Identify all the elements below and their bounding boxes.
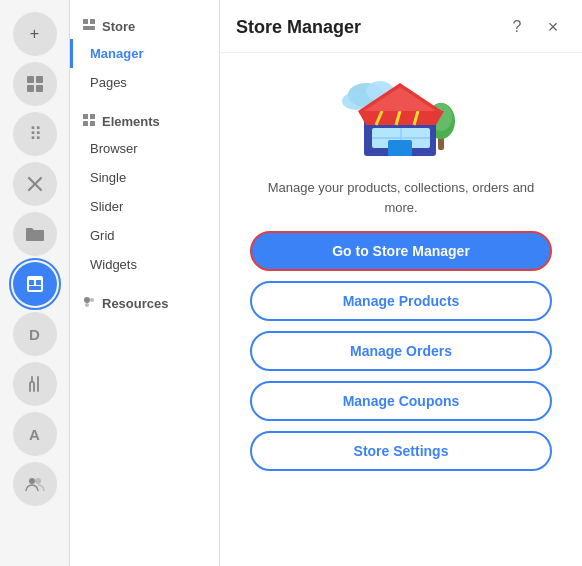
fork-icon-button[interactable] — [13, 362, 57, 406]
sidebar-item-manager[interactable]: Manager — [70, 39, 219, 68]
elements-section-label: Elements — [102, 114, 160, 129]
svg-rect-16 — [90, 114, 95, 119]
go-to-store-manager-button[interactable]: Go to Store Manager — [250, 231, 552, 271]
svg-point-11 — [35, 478, 41, 484]
grid-icon-button[interactable] — [13, 62, 57, 106]
svg-rect-3 — [36, 85, 43, 92]
text-icon-button[interactable]: A — [13, 412, 57, 456]
description-text: Manage your products, collections, order… — [220, 178, 582, 231]
sidebar-item-single[interactable]: Single — [70, 163, 219, 192]
resources-section-header: Resources — [70, 287, 219, 316]
sidebar-item-slider[interactable]: Slider — [70, 192, 219, 221]
store-section-label: Store — [102, 19, 135, 34]
manage-coupons-button[interactable]: Manage Coupons — [250, 381, 552, 421]
sidebar-item-browser[interactable]: Browser — [70, 134, 219, 163]
sidebar: Store Manager Pages Elements Browser Sin… — [70, 0, 220, 566]
svg-point-21 — [85, 303, 89, 307]
svg-rect-35 — [388, 140, 412, 156]
svg-rect-0 — [27, 76, 34, 83]
button-area: Go to Store Manager Manage Products Mana… — [220, 231, 582, 487]
svg-rect-9 — [29, 286, 41, 290]
sidebar-item-grid[interactable]: Grid — [70, 221, 219, 250]
app-container: + ⠿ D A Store Manager — [0, 0, 582, 566]
store-section-icon — [82, 18, 96, 35]
panel-header-icons: ? × — [504, 14, 566, 40]
main-panel: Store Manager ? × — [220, 0, 582, 566]
manage-products-button[interactable]: Manage Products — [250, 281, 552, 321]
d-icon-button[interactable]: D — [13, 312, 57, 356]
close-button[interactable]: × — [540, 14, 566, 40]
sidebar-item-pages[interactable]: Pages — [70, 68, 219, 97]
store-svg — [336, 73, 466, 168]
apps-icon-button[interactable]: ⠿ — [13, 112, 57, 156]
elements-section-header: Elements — [70, 105, 219, 134]
svg-point-20 — [90, 298, 94, 302]
svg-point-19 — [84, 297, 90, 303]
folder-icon-button[interactable] — [13, 212, 57, 256]
store-icon-button[interactable] — [13, 262, 57, 306]
elements-section-icon — [82, 113, 96, 130]
svg-rect-8 — [36, 280, 41, 285]
svg-rect-13 — [90, 19, 95, 24]
svg-rect-15 — [83, 114, 88, 119]
svg-rect-12 — [83, 19, 88, 24]
svg-rect-1 — [36, 76, 43, 83]
svg-rect-7 — [29, 280, 34, 285]
svg-rect-2 — [27, 85, 34, 92]
plus-icon-button[interactable]: + — [13, 12, 57, 56]
icon-bar: + ⠿ D A — [0, 0, 70, 566]
manage-orders-button[interactable]: Manage Orders — [250, 331, 552, 371]
svg-rect-18 — [90, 121, 95, 126]
help-button[interactable]: ? — [504, 14, 530, 40]
store-settings-button[interactable]: Store Settings — [250, 431, 552, 471]
svg-point-10 — [29, 478, 35, 484]
panel-title: Store Manager — [236, 17, 361, 38]
resources-section-icon — [82, 295, 96, 312]
store-section-header: Store — [70, 10, 219, 39]
sidebar-item-widgets[interactable]: Widgets — [70, 250, 219, 279]
svg-rect-14 — [83, 26, 95, 30]
tools-icon-button[interactable] — [13, 162, 57, 206]
panel-header: Store Manager ? × — [220, 0, 582, 53]
users-icon-button[interactable] — [13, 462, 57, 506]
store-illustration — [220, 53, 582, 178]
svg-rect-17 — [83, 121, 88, 126]
resources-section-label: Resources — [102, 296, 168, 311]
